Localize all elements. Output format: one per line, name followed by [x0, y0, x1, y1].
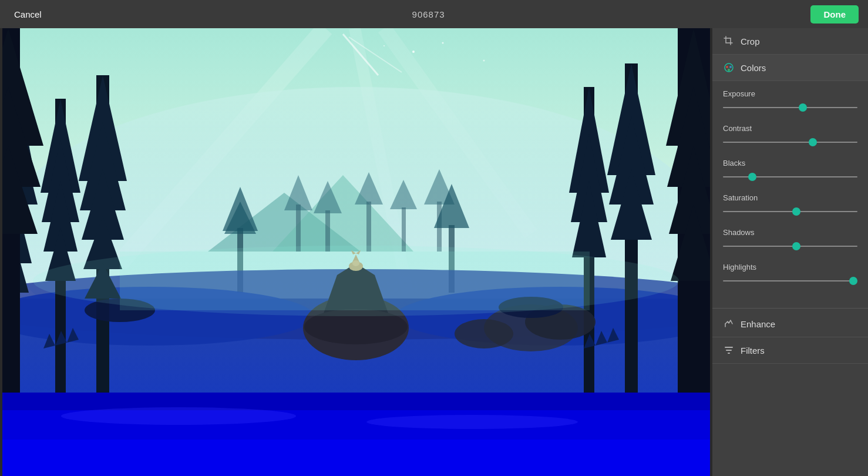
image-container: [2, 28, 710, 476]
cancel-button[interactable]: Cancel: [9, 7, 46, 22]
shadows-slider[interactable]: [723, 246, 857, 247]
topbar: Cancel 906873 Done: [0, 0, 868, 28]
highlights-slider[interactable]: [723, 280, 857, 281]
svg-rect-92: [725, 347, 733, 348]
contrast-slider[interactable]: [723, 142, 857, 143]
sidebar-item-filters-label: Filters: [741, 346, 765, 356]
enhance-icon: [723, 318, 735, 330]
shadows-track: [723, 240, 857, 252]
colors-panel: Exposure Contrast Blacks: [712, 81, 868, 306]
done-button[interactable]: Done: [810, 5, 859, 24]
svg-point-78: [412, 51, 415, 53]
sidebar-item-crop-label: Crop: [741, 36, 760, 46]
colors-icon: [723, 62, 735, 73]
blacks-group: Blacks: [723, 159, 857, 183]
sidebar: Crop Colors Exposure: [712, 28, 868, 476]
svg-point-79: [442, 42, 444, 44]
highlights-label: Highlights: [723, 263, 857, 271]
blacks-track: [723, 171, 857, 183]
highlights-group: Highlights: [723, 263, 857, 287]
contrast-track: [723, 136, 857, 148]
blacks-slider[interactable]: [723, 176, 857, 177]
divider-1: [712, 308, 868, 309]
sidebar-item-colors[interactable]: Colors: [712, 55, 868, 81]
svg-rect-75: [2, 440, 710, 476]
svg-point-89: [726, 66, 728, 68]
sidebar-item-crop[interactable]: Crop: [712, 28, 868, 55]
svg-point-70: [455, 319, 513, 348]
svg-rect-11: [366, 202, 371, 252]
canvas-area: [0, 28, 712, 476]
sidebar-item-colors-label: Colors: [741, 63, 766, 73]
main-content: Crop Colors Exposure: [0, 28, 868, 476]
contrast-label: Contrast: [723, 124, 857, 133]
exposure-group: Exposure: [723, 89, 857, 113]
saturation-label: Saturation: [723, 193, 857, 202]
file-id: 906873: [412, 9, 445, 19]
svg-rect-13: [402, 207, 406, 252]
svg-point-90: [729, 66, 732, 68]
svg-rect-9: [325, 210, 330, 252]
saturation-group: Saturation: [723, 193, 857, 217]
contrast-group: Contrast: [723, 124, 857, 148]
svg-rect-93: [726, 350, 732, 351]
saturation-track: [723, 206, 857, 217]
exposure-label: Exposure: [723, 89, 857, 98]
image-preview: [2, 28, 710, 476]
shadows-group: Shadows: [723, 228, 857, 252]
svg-point-85: [33, 246, 679, 316]
sidebar-item-filters[interactable]: Filters: [712, 337, 868, 364]
svg-rect-94: [728, 353, 730, 354]
svg-point-77: [366, 415, 578, 429]
highlights-track: [723, 275, 857, 287]
filters-icon: [723, 344, 735, 356]
sidebar-item-enhance[interactable]: Enhance: [712, 311, 868, 337]
sidebar-item-enhance-label: Enhance: [741, 319, 775, 329]
saturation-slider[interactable]: [723, 211, 857, 212]
crop-icon: [723, 35, 735, 47]
svg-rect-7: [296, 205, 301, 252]
shadows-label: Shadows: [723, 228, 857, 237]
exposure-track: [723, 102, 857, 113]
blacks-label: Blacks: [723, 159, 857, 167]
svg-point-91: [728, 69, 730, 71]
exposure-slider[interactable]: [723, 107, 857, 108]
svg-point-76: [61, 407, 296, 425]
svg-point-81: [383, 45, 385, 46]
svg-point-80: [483, 60, 485, 62]
